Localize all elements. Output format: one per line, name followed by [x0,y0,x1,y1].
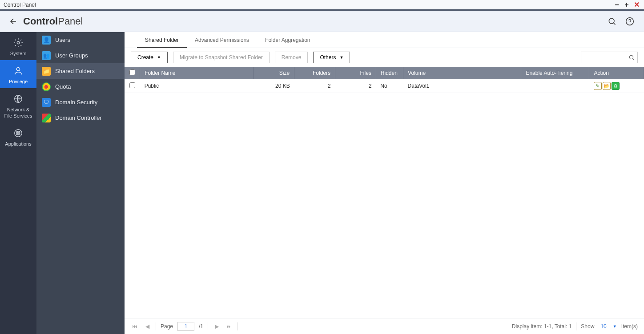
caret-down-icon: ▼ [339,55,343,60]
sidebar-label-domain-controller: Domain Controller [55,114,102,121]
sidebar-label-users: Users [55,37,70,43]
remove-label: Remove [282,54,302,61]
cell-folder-name: Public [140,79,254,93]
search-icon [608,17,616,26]
svg-rect-7 [19,131,20,133]
others-label: Others [320,54,336,61]
col-hidden[interactable]: Hidden [376,67,403,79]
cell-files: 2 [335,79,376,93]
nav-label-network: Network & File Services [4,107,32,118]
domain-controller-icon [42,114,51,122]
nav-item-system[interactable]: System [0,32,36,60]
page-label: Page [161,323,173,330]
maximize-button[interactable]: + [623,1,631,9]
help-button[interactable] [624,15,636,28]
user-icon [12,65,24,77]
row-checkbox[interactable] [129,82,135,88]
col-size[interactable]: Size [254,67,294,79]
page-first-button[interactable]: ⏮ [131,322,139,330]
tab-shared-folder[interactable]: Shared Folder [137,37,187,48]
sidebar-label-user-groups: User Groups [55,52,88,59]
user-avatar-icon: 👤 [42,36,51,45]
search-icon [628,54,635,61]
col-auto-tiering[interactable]: Enable Auto-Tiering [521,67,589,79]
col-action[interactable]: Action [589,67,644,79]
app-header: ControlPanel [0,11,644,32]
page-title: ControlPanel [23,16,83,27]
sidebar-label-domain-security: Domain Security [55,99,97,106]
title-bold: Control [23,16,58,27]
nav-item-privilege[interactable]: Privilege [0,60,36,88]
sidebar-item-domain-controller[interactable]: Domain Controller [36,110,125,126]
content-area: Shared Folder Advanced Permissions Folde… [125,32,644,334]
page-input[interactable] [177,322,194,331]
display-item-text: Display item: 1-1, Total: 1 [512,323,572,330]
window-title: Control Panel [4,2,36,8]
show-label: Show [581,323,594,330]
search-header-button[interactable] [606,15,618,28]
cell-action: ✎ 📂 ♻ [589,79,644,93]
recycle-action-icon[interactable]: ♻ [612,82,620,90]
sidebar-label-quota: Quota [55,83,71,90]
create-label: Create [137,54,153,61]
col-files[interactable]: Files [335,67,376,79]
page-total: /1 [199,323,203,330]
svg-rect-6 [16,131,18,133]
caret-down-icon[interactable]: ▼ [613,324,617,329]
svg-point-2 [17,41,20,44]
nav-item-network[interactable]: Network & File Services [0,88,36,122]
sidebar-item-shared-folders[interactable]: 📁 Shared Folders [36,63,125,79]
svg-point-3 [16,68,20,71]
table-wrap: Folder Name Size Folders Files Hidden Vo… [125,67,644,318]
edit-action-icon[interactable]: ✎ [594,82,602,90]
svg-rect-8 [16,134,18,135]
select-all-checkbox[interactable] [129,69,135,75]
pager: ⏮ ◀ Page /1 ▶ ⏭ Display item: 1-1, Total… [125,318,644,334]
caret-down-icon: ▼ [157,55,161,60]
nav-label-applications: Applications [5,141,31,147]
back-button[interactable] [8,16,19,27]
shared-folders-table: Folder Name Size Folders Files Hidden Vo… [125,67,644,93]
svg-point-5 [15,130,22,137]
window-titlebar: Control Panel − + ✕ [0,0,644,11]
sidebar-item-quota[interactable]: Quota [36,79,125,94]
help-icon [625,17,634,26]
create-button[interactable]: Create ▼ [131,52,168,63]
users-group-icon: 👥 [42,51,51,60]
sidebar-item-users[interactable]: 👤 Users [36,32,125,48]
sidebar: 👤 Users 👥 User Groups 📁 Shared Folders Q… [36,32,125,334]
tab-folder-aggregation[interactable]: Folder Aggregation [257,37,318,48]
grid-icon [12,127,24,139]
nav-item-applications[interactable]: Applications [0,122,36,151]
permissions-action-icon[interactable]: 📂 [603,82,611,90]
table-row[interactable]: Public 20 KB 2 2 No DataVol1 ✎ 📂 ♻ [125,79,644,93]
nav-rail: System Privilege Network & File Services… [0,32,36,334]
tab-advanced-permissions[interactable]: Advanced Permissions [187,37,257,48]
close-button[interactable]: ✕ [632,1,640,9]
migrate-button: Migrate to Snapshot Shared Folder [173,52,270,63]
nav-label-system: System [10,51,27,57]
col-checkbox [125,67,140,79]
others-button[interactable]: Others ▼ [313,52,350,63]
gear-icon [12,37,24,49]
col-folder-name[interactable]: Folder Name [140,67,254,79]
shield-icon: 🛡 [42,98,51,107]
show-count[interactable]: 10 [600,323,606,330]
items-label: Item(s) [621,323,638,330]
page-next-button[interactable]: ▶ [213,322,221,330]
minimize-button[interactable]: − [613,1,621,9]
cell-size: 20 KB [254,79,294,93]
nav-label-privilege: Privilege [9,79,28,85]
remove-button: Remove [275,52,308,63]
search-box[interactable] [581,52,638,63]
col-volume[interactable]: Volume [403,67,521,79]
page-last-button[interactable]: ⏭ [225,322,233,330]
globe-icon [12,93,24,105]
sidebar-item-user-groups[interactable]: 👥 User Groups [36,48,125,63]
sidebar-item-domain-security[interactable]: 🛡 Domain Security [36,94,125,110]
col-folders[interactable]: Folders [294,67,335,79]
page-prev-button[interactable]: ◀ [143,322,151,330]
svg-point-0 [609,18,614,24]
arrow-left-icon [9,17,18,26]
search-input[interactable] [584,54,628,61]
